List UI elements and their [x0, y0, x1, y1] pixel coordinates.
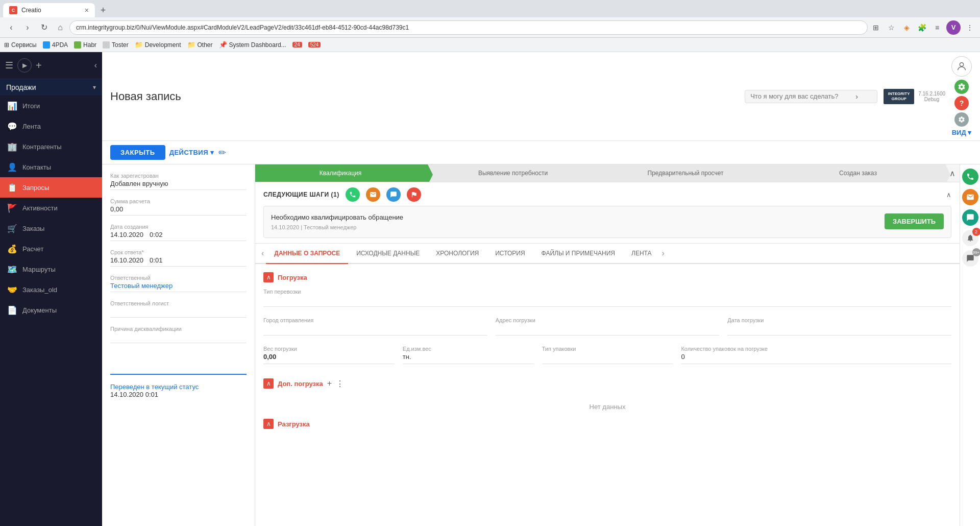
sidebar-item-zakazy[interactable]: 🛒 Заказы — [0, 218, 102, 238]
tab-history[interactable]: ИСТОРИЯ — [487, 244, 533, 264]
loading-address-value[interactable] — [496, 324, 720, 336]
step-email-button[interactable] — [366, 187, 380, 202]
menu-icon[interactable]: ⋮ — [964, 21, 976, 34]
vid-button[interactable]: ВИД ▾ — [952, 129, 972, 136]
translate-icon[interactable]: ⊞ — [870, 21, 882, 34]
rfp-email-button[interactable] — [962, 189, 978, 205]
nav-back-button[interactable]: ‹ — [4, 20, 18, 35]
weight-unit-value[interactable]: тн. — [403, 353, 534, 364]
extra-loading-add-icon[interactable]: + — [327, 379, 332, 388]
debug-text: Debug — [918, 97, 945, 102]
edit-pencil-icon[interactable]: ✏ — [218, 147, 226, 158]
bookmark-toster[interactable]: Toster — [103, 41, 129, 49]
bookmark-toster-label: Toster — [112, 41, 129, 49]
search-box[interactable]: › — [745, 90, 877, 103]
transport-type-value[interactable] — [263, 296, 951, 307]
sidebar-item-zakazy-old[interactable]: 🤝 Заказы_old — [0, 279, 102, 300]
unloading-collapse-button[interactable]: ∧ — [263, 419, 274, 429]
sidebar-item-kontakty[interactable]: 👤 Контакты — [0, 157, 102, 177]
profiles-icon[interactable]: ≡ — [931, 21, 943, 34]
user-profile-icon[interactable] — [951, 56, 972, 77]
bookmark-services[interactable]: ⊞ Сервисы — [4, 41, 37, 49]
sidebar-section[interactable]: Продажи ▾ — [0, 79, 102, 95]
stage-item-estimate[interactable]: Предварительный просчет — [600, 164, 773, 182]
sidebar-item-aktivnosti[interactable]: 🚩 Активности — [0, 198, 102, 218]
tabs-next-icon[interactable]: › — [660, 249, 667, 258]
bookmark-other[interactable]: 📁 Other — [187, 41, 213, 49]
settings2-icon[interactable] — [954, 112, 969, 127]
step-text: Необходимо квалифицировать обращение — [271, 213, 878, 221]
close-tab-icon[interactable]: × — [85, 6, 89, 14]
sidebar-add-icon[interactable]: + — [36, 60, 42, 71]
sidebar-item-dokumenty[interactable]: 📄 Документы — [0, 300, 102, 320]
tab-favicon: C — [9, 6, 17, 14]
rfp-chat-button[interactable] — [962, 209, 978, 226]
weight-value[interactable]: 0,00 — [263, 353, 395, 364]
departure-city-value[interactable] — [263, 324, 487, 336]
step-chat-button[interactable] — [386, 187, 401, 202]
search-icon[interactable]: › — [855, 92, 858, 101]
loading-date-field: Дата погрузки — [727, 317, 951, 336]
sidebar-play-button[interactable]: ▶ — [17, 58, 32, 73]
settings-icon[interactable] — [954, 80, 969, 94]
next-steps-collapse-icon[interactable]: ∧ — [946, 191, 951, 199]
messages-count: 99+ — [972, 248, 981, 256]
pack-count-value[interactable]: 0 — [681, 353, 951, 364]
loading-collapse-button[interactable]: ∧ — [263, 272, 274, 282]
pack-type-value[interactable] — [542, 353, 673, 364]
new-tab-button[interactable]: + — [96, 3, 110, 17]
bookmark-development[interactable]: 📁 Development — [135, 41, 181, 49]
bookmark-system-dashboard[interactable]: 📌 System Dashboard... — [219, 41, 286, 49]
step-flag-button[interactable] — [407, 187, 421, 202]
bookmark-icon[interactable]: ☆ — [885, 21, 897, 34]
tab-files[interactable]: ФАЙЛЫ И ПРИМЕЧАНИЯ — [533, 244, 624, 264]
stage-item-order[interactable]: Создан заказ — [773, 164, 945, 182]
svg-point-0 — [960, 63, 963, 66]
extensions-icon[interactable]: 🧩 — [916, 21, 928, 34]
sidebar-item-raschet[interactable]: 💰 Расчет — [0, 238, 102, 259]
tab-lenta[interactable]: ЛЕНТА — [623, 244, 659, 264]
help-icon[interactable]: ? — [954, 96, 969, 110]
loading-date-value[interactable] — [727, 324, 951, 336]
status-link[interactable]: Переведен в текущий статус — [110, 383, 247, 391]
close-button[interactable]: ЗАКРЫТЬ — [110, 145, 165, 160]
nav-home-button[interactable]: ⌂ — [53, 20, 67, 35]
rfp-notifications-badge[interactable]: 2 — [962, 230, 978, 246]
zaprosy-icon: 📋 — [7, 182, 17, 193]
bookmark-habr[interactable]: Habr — [74, 41, 96, 49]
extra-loading-no-data: Нет данных — [263, 395, 951, 419]
browser-tab[interactable]: C Creatio × — [3, 3, 95, 17]
bookmark-4pda[interactable]: 4PDA — [43, 41, 68, 49]
stage-item-qualification[interactable]: Квалификация — [255, 164, 428, 182]
sidebar-menu-icon[interactable]: ☰ — [5, 60, 13, 71]
sidebar-item-lenta[interactable]: 💬 Лента — [0, 116, 102, 136]
sidebar-back-icon[interactable]: ‹ — [94, 61, 97, 70]
extra-loading-collapse-button[interactable]: ∧ — [263, 378, 274, 389]
stage-item-needs[interactable]: Выявление потребности — [428, 164, 600, 182]
rfp-call-button[interactable] — [962, 169, 978, 185]
sidebar-item-kontragenty[interactable]: 🏢 Контрагенты — [0, 136, 102, 157]
bookmark-system-dashboard-label: System Dashboard... — [229, 41, 286, 49]
user-avatar[interactable]: V — [946, 20, 961, 35]
field-disqualification-value — [110, 333, 247, 343]
extra-loading-more-icon[interactable]: ⋮ — [336, 379, 344, 389]
address-bar[interactable]: crm.integritygroup.biz/0/Nui/ViewModule.… — [69, 20, 868, 35]
weight-unit-field: Ед.изм.вес тн. — [403, 346, 534, 364]
bookmarks-bar: ⊞ Сервисы 4PDA Habr Toster 📁 Development… — [0, 38, 980, 52]
step-call-button[interactable] — [346, 187, 360, 202]
nav-forward-button[interactable]: › — [20, 20, 35, 35]
tabs-prev-icon[interactable]: ‹ — [259, 249, 266, 258]
sidebar-item-itogi[interactable]: 📊 Итоги — [0, 95, 102, 116]
tab-data[interactable]: ДАННЫЕ О ЗАПРОСЕ — [266, 244, 348, 264]
sidebar-item-marshruty[interactable]: 🗺️ Маршруты — [0, 259, 102, 279]
sidebar-item-zaprosy[interactable]: 📋 Запросы — [0, 177, 102, 198]
complete-button[interactable]: ЗАВЕРШИТЬ — [885, 213, 944, 229]
actions-button[interactable]: ДЕЙСТВИЯ ▾ — [169, 149, 214, 156]
rfp-messages-badge[interactable]: 99+ — [962, 250, 978, 267]
rss-icon[interactable]: ◈ — [900, 21, 913, 34]
search-input[interactable] — [750, 92, 852, 100]
nav-refresh-button[interactable]: ↻ — [37, 20, 51, 35]
tab-source[interactable]: ИСХОДНЫЕ ДАННЫЕ — [348, 244, 428, 264]
field-responsible-value[interactable]: Тестовый менеджер — [110, 282, 247, 292]
tab-chronology[interactable]: ХРОНОЛОГИЯ — [428, 244, 487, 264]
